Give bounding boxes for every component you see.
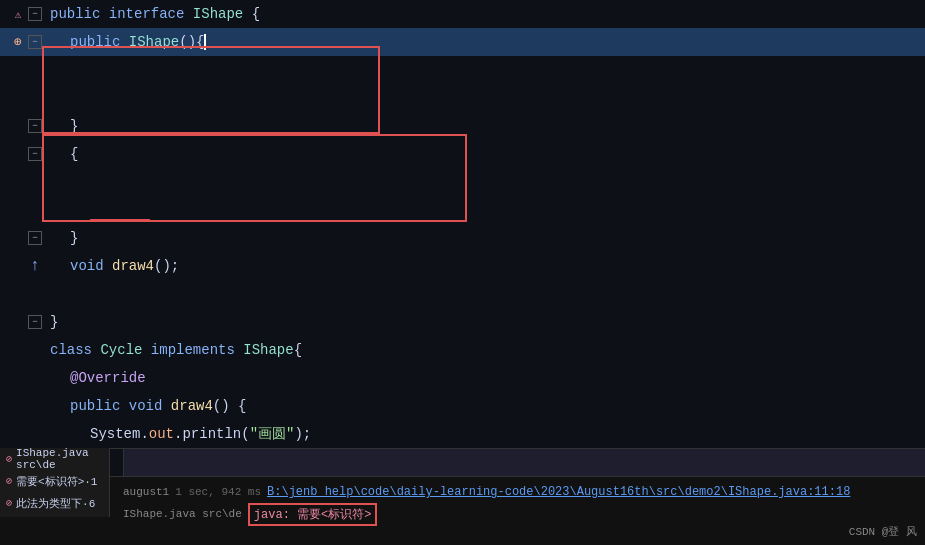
code-line-3 — [0, 56, 925, 84]
code-content: ⚠ − public interface IShape { ⊕ − public… — [0, 0, 925, 448]
fold-minus-2[interactable]: − — [28, 35, 42, 49]
csdn-watermark: CSDN @登 风 — [849, 524, 917, 539]
file-item-ishape-label: IShape.java src\de — [16, 447, 103, 471]
gutter-9: − — [0, 231, 50, 245]
file-item-identifier-label: 需要<标识符>·1 — [16, 474, 97, 489]
code-line-8 — [0, 196, 925, 224]
build-duration: 1 sec, 942 ms — [175, 486, 261, 498]
left-file-panel: ⊘ IShape.java src\de ⊘ 需要<标识符>·1 ⊘ 此法为类型… — [0, 448, 110, 517]
fold-minus-6[interactable]: − — [28, 147, 42, 161]
info-icon-10: ↑ — [28, 259, 42, 273]
panel-tabs: Build Output × — [0, 449, 925, 477]
error-dot-identifier: ⊘ — [6, 475, 12, 487]
code-line-9: − } — [0, 224, 925, 252]
gutter-6: − — [0, 147, 50, 161]
fold-minus-12[interactable]: − — [28, 315, 42, 329]
warning-icon-2: ⊕ — [11, 35, 25, 49]
editor-area: ⚠ − public interface IShape { ⊕ − public… — [0, 0, 925, 448]
code-line-2: ⊕ − public IShape(){ — [0, 28, 925, 56]
error-file-label: IShape.java src\de — [123, 508, 242, 520]
code-line-13: class Cycle implements IShape{ — [0, 336, 925, 364]
gutter-5: − — [0, 119, 50, 133]
build-timestamp: august1 — [123, 486, 169, 498]
panel-content: august1 1 sec, 942 ms B:\jenb help\code\… — [0, 477, 925, 545]
code-line-1: ⚠ − public interface IShape { — [0, 0, 925, 28]
code-line-11 — [0, 280, 925, 308]
gutter-2: ⊕ − — [0, 35, 50, 49]
build-row-2: IShape.java src\de java: 需要<标识符> — [115, 503, 925, 525]
code-line-5: − } — [0, 112, 925, 140]
gutter-1: ⚠ − — [0, 7, 50, 21]
error-dot-ishape: ⊘ — [6, 453, 12, 465]
code-line-6: − { — [0, 140, 925, 168]
code-line-12: − } — [0, 308, 925, 336]
file-item-identifier[interactable]: ⊘ 需要<标识符>·1 — [0, 470, 109, 492]
bottom-panel: Build Output × ⊘ IShape.java src\de ⊘ 需要… — [0, 448, 925, 545]
code-line-15: public void draw4() { — [0, 392, 925, 420]
code-line-16: System.out.println("画圆"); — [0, 420, 925, 448]
file-item-classtype[interactable]: ⊘ 此法为类型下·6 — [0, 492, 109, 514]
file-item-classtype-label: 此法为类型下·6 — [16, 496, 95, 511]
warning-icon-1: ⚠ — [11, 7, 25, 21]
fold-minus-1[interactable]: − — [28, 7, 42, 21]
code-line-14: @Override — [0, 364, 925, 392]
code-text-1: public interface IShape { — [50, 6, 260, 22]
fold-minus-5[interactable]: − — [28, 119, 42, 133]
fold-minus-9[interactable]: − — [28, 231, 42, 245]
build-path-link[interactable]: B:\jenb help\code\daily-learning-code\20… — [267, 485, 850, 499]
gutter-12: − — [0, 315, 50, 329]
build-row-1: august1 1 sec, 942 ms B:\jenb help\code\… — [115, 481, 925, 503]
code-line-10: ↑ void draw4(); — [0, 252, 925, 280]
gutter-10: ↑ — [0, 259, 50, 273]
file-item-ishape[interactable]: ⊘ IShape.java src\de — [0, 448, 109, 470]
code-line-4 — [0, 84, 925, 112]
error-message-box: java: 需要<标识符> — [248, 503, 378, 526]
error-dot-classtype: ⊘ — [6, 497, 12, 509]
code-line-7 — [0, 168, 925, 196]
